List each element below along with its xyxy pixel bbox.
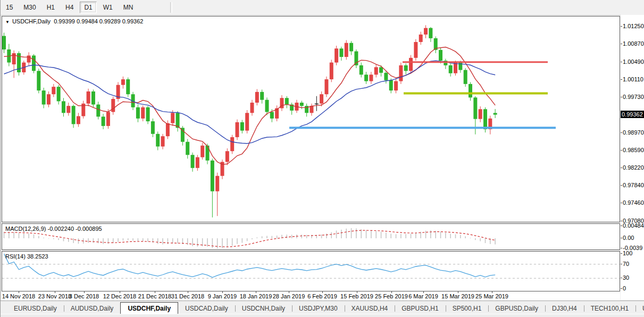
- tab-tech100-h1[interactable]: TECH100,H1: [584, 303, 635, 314]
- candle: [280, 95, 283, 111]
- candle: [275, 105, 279, 121]
- candle: [245, 110, 249, 134]
- candle: [374, 64, 378, 78]
- tab-xauusd-h4[interactable]: XAUUSD,H4: [345, 303, 395, 314]
- candle: [62, 98, 65, 116]
- candle: [12, 51, 16, 78]
- timeframe-button-h4[interactable]: H4: [61, 2, 78, 13]
- candle: [359, 63, 363, 78]
- price-axis[interactable]: 0.99362 1.012501.008701.004901.001100.99…: [621, 15, 644, 300]
- tab-gbpusd-h1[interactable]: GBPUSD,H1: [395, 303, 445, 314]
- toolbar-separator: [170, 2, 172, 13]
- candle: [310, 104, 313, 116]
- price-axis-label: 0.97840: [623, 182, 644, 188]
- tab-eurusd-daily[interactable]: EURUSD,Daily: [7, 303, 64, 314]
- candle: [102, 114, 105, 129]
- rsi-canvas[interactable]: [2, 252, 620, 291]
- candle: [404, 63, 408, 74]
- tab-gbpusd-daily[interactable]: GBPUSD,Daily: [488, 303, 545, 314]
- candle: [349, 41, 353, 55]
- rsi-label: RSI(14) 38.2523: [5, 253, 48, 260]
- candle: [230, 135, 234, 154]
- candle: [77, 113, 80, 127]
- macd-axis-label: 0.00: [623, 235, 634, 241]
- timeframe-button-mn[interactable]: MN: [119, 2, 138, 13]
- timeframe-button-15[interactable]: 15: [2, 2, 17, 13]
- candle: [429, 27, 432, 42]
- candle: [330, 60, 333, 82]
- candles-canvas[interactable]: [2, 16, 620, 222]
- candle: [399, 63, 403, 84]
- candle: [91, 89, 95, 107]
- candle: [419, 32, 423, 45]
- candle: [315, 96, 319, 111]
- timeframe-toolbar: 15M30H1H4D1W1MN: [1, 0, 644, 15]
- date-axis[interactable]: 14 Nov 201823 Nov 20183 Dec 201812 Dec 2…: [2, 291, 620, 301]
- tab-audusd-daily[interactable]: AUDUSD,Daily: [64, 303, 121, 314]
- ma-slow: [4, 61, 496, 144]
- candle: [236, 120, 239, 140]
- macd-values: -0.002240 -0.000895: [47, 226, 102, 232]
- current-price-tag: 0.99362: [621, 111, 644, 118]
- candle: [409, 55, 413, 74]
- candle: [111, 97, 115, 115]
- candle: [215, 173, 219, 216]
- candle: [32, 54, 36, 73]
- candle: [116, 82, 120, 102]
- tab-usdcad-daily[interactable]: USDCAD,Daily: [178, 303, 235, 314]
- price-axis-label: 0.98220: [623, 164, 644, 171]
- price-axis-label: 1.00870: [623, 40, 644, 47]
- candle: [186, 139, 189, 158]
- candle: [464, 68, 467, 87]
- rsi-panel[interactable]: RSI(14) 38.2523: [2, 251, 620, 291]
- macd-name: MACD(12,26,9): [5, 226, 46, 232]
- price-axis-label: 0.98970: [623, 129, 644, 136]
- timeframe-button-d1[interactable]: D1: [80, 2, 96, 13]
- macd-panel[interactable]: MACD(12,26,9) -0.002240 -0.000895: [2, 223, 620, 250]
- candle: [494, 109, 497, 118]
- date-axis-label: 25 Mar 2019: [471, 293, 513, 299]
- candle: [334, 46, 338, 65]
- timeframe-button-m30[interactable]: M30: [19, 2, 40, 13]
- candle: [424, 25, 428, 38]
- candle: [290, 103, 294, 115]
- candle: [250, 100, 254, 116]
- rsi-name: RSI(14): [5, 253, 26, 260]
- rsi-value: 38.2523: [27, 253, 48, 260]
- candle: [37, 69, 40, 93]
- price-chart-panel[interactable]: ▼USDCHF,Daily 0.99399 0.99484 0.99289 0.…: [2, 16, 620, 222]
- chevron-down-icon[interactable]: ▼: [5, 20, 10, 24]
- chart-ohlc-values: 0.99399 0.99484 0.99289 0.99362: [54, 18, 143, 24]
- candle: [146, 106, 150, 124]
- candle: [72, 104, 76, 128]
- candle: [191, 153, 195, 172]
- candle: [369, 72, 373, 84]
- candle: [121, 77, 125, 89]
- tab-ukc[interactable]: UKC: [635, 303, 644, 314]
- tab-sp500-h1[interactable]: SP500,H1: [446, 303, 489, 314]
- tab-usdjpy-m30[interactable]: USDJPY,M30: [292, 303, 344, 314]
- trading-app-window: 15M30H1H4D1W1MN ▼USDCHF,Daily 0.99399 0.…: [0, 0, 644, 317]
- candle: [2, 32, 6, 53]
- candle: [42, 88, 46, 109]
- chart-title: ▼USDCHF,Daily 0.99399 0.99484 0.99289 0.…: [5, 18, 143, 24]
- candle: [339, 47, 343, 61]
- candle: [354, 49, 358, 68]
- candle: [176, 111, 180, 132]
- tab-dj30-h4[interactable]: DJ30,H4: [545, 303, 584, 314]
- candle: [434, 36, 438, 53]
- timeframe-button-w1[interactable]: W1: [99, 2, 117, 13]
- tab-usdcnh-daily[interactable]: USDCNH,Daily: [235, 303, 292, 314]
- candle: [305, 104, 308, 117]
- timeframe-button-h1[interactable]: H1: [43, 2, 59, 13]
- macd-label: MACD(12,26,9) -0.002240 -0.000895: [5, 226, 102, 232]
- candle: [414, 39, 417, 61]
- rsi-axis-label: 30: [623, 274, 629, 281]
- ma-fast: [4, 47, 496, 165]
- candle: [57, 85, 61, 105]
- candle: [221, 160, 224, 179]
- candle: [81, 101, 85, 118]
- tab-usdchf-daily[interactable]: USDCHF,Daily: [120, 302, 178, 314]
- symbol-tab-bar: EURUSD,DailyAUDUSD,DailyUSDCHF,DailyUSDC…: [1, 301, 644, 314]
- candle: [200, 143, 204, 160]
